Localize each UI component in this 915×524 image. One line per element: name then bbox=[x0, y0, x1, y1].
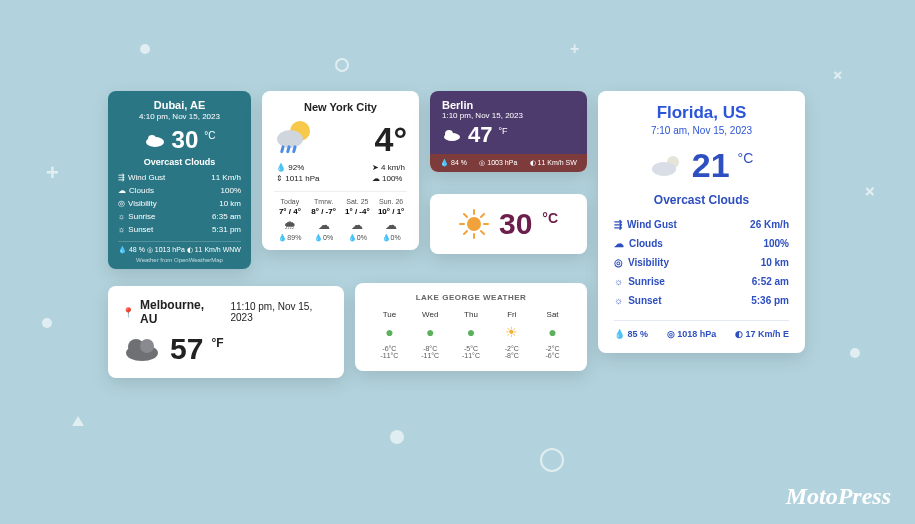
weather-card-lakegeorge: LAKE GEORGE WEATHER Tue●-6°C-11°C Wed●-8… bbox=[355, 283, 587, 371]
weather-card-berlin: Berlin 1:10 pm, Nov 15, 2023 47 °F 💧 84 … bbox=[430, 91, 587, 172]
humidity-icon: 💧 bbox=[614, 329, 625, 339]
sunrise-icon: ☼ bbox=[118, 212, 125, 221]
cloud-icon: ☁ bbox=[375, 218, 407, 232]
sunset-icon: ☼ bbox=[614, 295, 623, 306]
attribution-label: Weather from OpenWeatherMap bbox=[118, 257, 241, 263]
datetime-label: 1:10 pm, Nov 15, 2023 bbox=[442, 111, 575, 120]
svg-point-19 bbox=[652, 162, 676, 176]
svg-point-8 bbox=[445, 130, 453, 138]
cloud-icon bbox=[144, 132, 166, 148]
sunset-icon: ☼ bbox=[118, 225, 125, 234]
cloud-icon: ☁ bbox=[372, 174, 380, 183]
pressure-icon: ⇕ bbox=[276, 174, 283, 183]
pin-icon: 📍 bbox=[122, 307, 134, 318]
cloud-icon: ● bbox=[451, 324, 492, 340]
svg-line-16 bbox=[481, 214, 484, 217]
forecast-row: Tue●-6°C-11°C Wed●-8°C-11°C Thu●-5°C-11°… bbox=[369, 310, 573, 359]
wind-icon: ◐ bbox=[187, 246, 193, 253]
cloud-icon bbox=[442, 128, 462, 142]
cloud-icon: ● bbox=[410, 324, 451, 340]
location-title: Berlin bbox=[442, 99, 575, 111]
wind-icon: ◐ bbox=[530, 159, 536, 166]
eye-icon: ◎ bbox=[118, 199, 125, 208]
sun-icon bbox=[459, 209, 489, 239]
cloud-icon: ☁ bbox=[614, 238, 624, 249]
widget-title: LAKE GEORGE WEATHER bbox=[369, 293, 573, 302]
cloud-icon: ● bbox=[532, 324, 573, 340]
weather-card-florida: Florida, US 7:10 am, Nov 15, 2023 21 °C … bbox=[598, 91, 805, 353]
svg-point-3 bbox=[277, 130, 303, 148]
temperature-unit: °C bbox=[738, 150, 754, 166]
temperature-value: 57 bbox=[170, 332, 203, 366]
location-title: Dubai, AE bbox=[118, 99, 241, 111]
pressure-icon: ◎ bbox=[479, 159, 485, 166]
wind-icon: ◐ bbox=[735, 329, 743, 339]
wind-icon: ➤ bbox=[372, 163, 379, 172]
weather-card-dubai: Dubai, AE 4:10 pm, Nov 15, 2023 30 °C Ov… bbox=[108, 91, 251, 269]
cloud-icon: ☁ bbox=[308, 218, 340, 232]
datetime-label: 4:10 pm, Nov 15, 2023 bbox=[118, 112, 241, 121]
temperature-value: 30 bbox=[499, 207, 532, 241]
temperature-value: 4° bbox=[374, 120, 407, 159]
temperature-unit: °F bbox=[498, 126, 507, 136]
weather-card-melbourne: 📍 Melbourne, AU 11:10 pm, Nov 15, 2023 5… bbox=[108, 286, 344, 378]
cloud-icon bbox=[122, 335, 162, 363]
cloud-icon: ☁ bbox=[342, 218, 374, 232]
condition-label: Overcast Clouds bbox=[118, 157, 241, 167]
location-title: Melbourne, AU bbox=[140, 298, 219, 326]
wind-icon: ⇶ bbox=[118, 173, 125, 182]
brand-logo: MotoPress bbox=[786, 483, 891, 510]
weather-card-simple: 30 °C bbox=[430, 194, 587, 254]
location-title: Florida, US bbox=[614, 103, 789, 123]
svg-rect-4 bbox=[280, 145, 285, 154]
cloud-icon: ● bbox=[369, 324, 410, 340]
eye-icon: ◎ bbox=[614, 257, 623, 268]
sunrise-icon: ☼ bbox=[614, 276, 623, 287]
humidity-icon: 💧 bbox=[276, 163, 286, 172]
datetime-label: 7:10 am, Nov 15, 2023 bbox=[614, 125, 789, 136]
stats-list: ⇶Wind Gust26 Km/h ☁Clouds100% ◎Visibilit… bbox=[614, 215, 789, 310]
stats-list: ⇶Wind Gust11 Km/h ☁Clouds100% ◎Visibilit… bbox=[118, 171, 241, 236]
condition-label: Overcast Clouds bbox=[614, 193, 789, 207]
temperature-unit: °C bbox=[542, 210, 558, 226]
datetime-label: 11:10 pm, Nov 15, 2023 bbox=[231, 301, 331, 323]
cloud-moon-icon bbox=[650, 153, 684, 179]
temperature-unit: °C bbox=[204, 130, 215, 141]
rain-icon: 🌧 bbox=[274, 218, 306, 232]
weather-card-newyork: New York City 4° 💧 92% ⇕ 1011 hPa ➤ 4 km… bbox=[262, 91, 419, 250]
svg-line-14 bbox=[464, 214, 467, 217]
svg-line-17 bbox=[464, 231, 467, 234]
svg-point-1 bbox=[148, 135, 156, 143]
humidity-icon: 💧 bbox=[440, 159, 449, 166]
temperature-value: 30 bbox=[172, 126, 199, 154]
wind-icon: ⇶ bbox=[614, 219, 622, 230]
forecast-row: Today7° / 4°🌧💧89% Tmrw.8° / -7°☁💧0% Sat.… bbox=[274, 191, 407, 242]
pressure-icon: ◎ bbox=[667, 329, 675, 339]
rain-moon-icon bbox=[274, 119, 318, 159]
temperature-unit: °F bbox=[211, 336, 223, 350]
svg-point-9 bbox=[467, 217, 481, 231]
svg-line-15 bbox=[481, 231, 484, 234]
pressure-icon: ◎ bbox=[147, 246, 153, 253]
svg-point-22 bbox=[140, 339, 154, 353]
temperature-value: 47 bbox=[468, 122, 492, 148]
temperature-value: 21 bbox=[692, 146, 730, 185]
location-title: New York City bbox=[274, 101, 407, 113]
sun-icon: ☀ bbox=[491, 324, 532, 340]
humidity-icon: 💧 bbox=[118, 246, 127, 253]
cloud-icon: ☁ bbox=[118, 186, 126, 195]
